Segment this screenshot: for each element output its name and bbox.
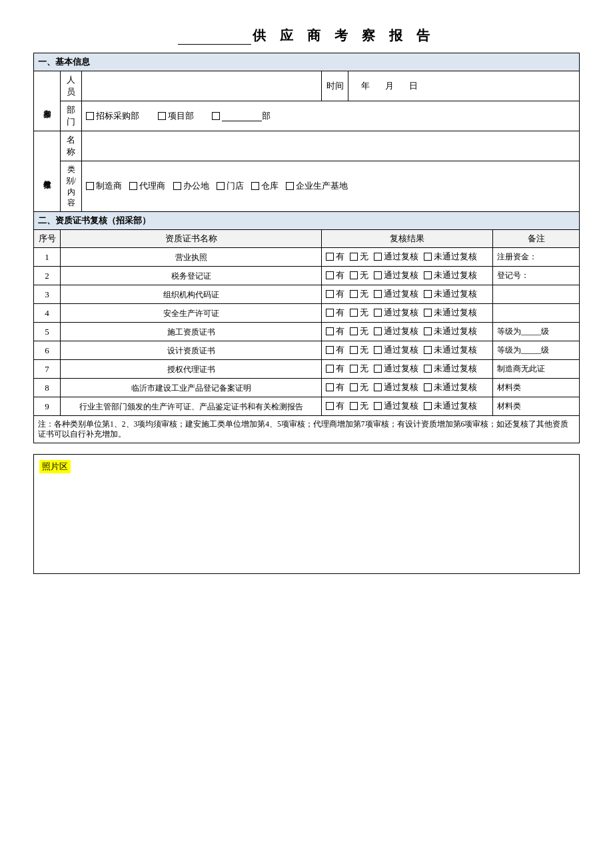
section2-col-headers: 序号 资质证书名称 复核结果 备注 bbox=[34, 230, 580, 248]
table-row: 5施工资质证书有无通过复核未通过复核等级为_____级 bbox=[34, 323, 580, 341]
table-row: 4安全生产许可证有无通过复核未通过复核 bbox=[34, 304, 580, 323]
table-row: 1营业执照有无通过复核未通过复核注册资金： bbox=[34, 248, 580, 267]
table-row: 6设计资质证书有无通过复核未通过复核等级为_____级 bbox=[34, 341, 580, 360]
photo-area: 照片区 bbox=[33, 454, 580, 574]
photo-label: 照片区 bbox=[39, 460, 71, 473]
table-row: 7授权代理证书有无通过复核未通过复核制造商无此证 bbox=[34, 360, 580, 379]
table-row: 2税务登记证有无通过复核未通过复核登记号： bbox=[34, 267, 580, 285]
page-header: 供 应 商 考 察 报 告 bbox=[33, 27, 580, 45]
department-row: 部门 招标采购部 项目部 部 bbox=[34, 101, 580, 131]
page-title: 供 应 商 考 察 报 告 bbox=[253, 27, 435, 45]
note-row: 注：各种类别单位第1、2、3项均须审核；建安施工类单位增加第4、5项审核；代理商… bbox=[34, 416, 580, 443]
section1-header: 一、基本信息 bbox=[34, 53, 580, 71]
table-row: 8临沂市建设工业产品登记备案证明有无通过复核未通过复核材料类 bbox=[34, 379, 580, 397]
table-row: 9行业主管部门颁发的生产许可证、产品鉴定证书和有关检测报告有无通过复核未通过复核… bbox=[34, 397, 580, 416]
main-table: 一、基本信息 参加考察 人员 时间 年 月 日 部门 bbox=[33, 53, 580, 443]
section2-rows: 1营业执照有无通过复核未通过复核注册资金：2税务登记证有无通过复核未通过复核登记… bbox=[34, 248, 580, 416]
inspected-name-row: 被考察单位 名称 bbox=[34, 131, 580, 161]
inspected-type-row: 类别/内容 制造商 代理商 办公地 门店 仓库 bbox=[34, 161, 580, 212]
table-row: 3组织机构代码证有无通过复核未通过复核 bbox=[34, 285, 580, 304]
section2-header: 二、资质证书复核（招采部） bbox=[34, 212, 580, 230]
personnel-row: 参加考察 人员 时间 年 月 日 bbox=[34, 71, 580, 101]
